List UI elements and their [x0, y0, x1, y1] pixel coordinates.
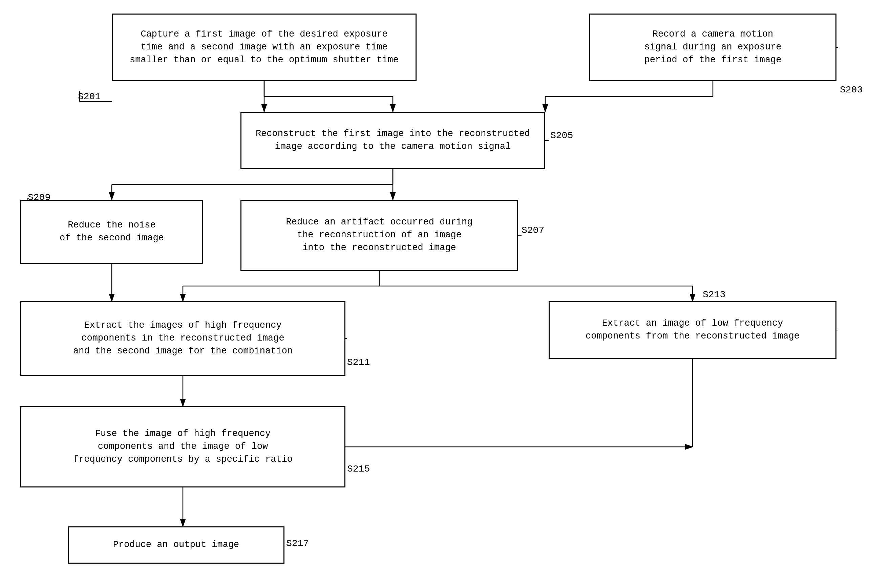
- label-s213: S213: [703, 290, 726, 300]
- label-s203: S203: [840, 85, 862, 95]
- label-s201: S201: [78, 92, 101, 102]
- arrows-svg: [0, 0, 891, 588]
- box-s207: Reduce an artifact occurred during the r…: [240, 200, 518, 271]
- flowchart-diagram: Capture a first image of the desired exp…: [0, 0, 891, 588]
- label-s217: S217: [286, 538, 309, 549]
- box-s203: Record a camera motion signal during an …: [589, 14, 837, 81]
- box-s205: Reconstruct the first image into the rec…: [240, 112, 545, 169]
- label-s215: S215: [347, 464, 370, 474]
- box-s215: Fuse the image of high frequency compone…: [20, 406, 346, 488]
- box-s213: Extract an image of low frequency compon…: [548, 301, 837, 359]
- box-s209: Reduce the noise of the second image: [20, 200, 203, 264]
- box-s211: Extract the images of high frequency com…: [20, 301, 346, 376]
- label-s205: S205: [550, 130, 573, 141]
- label-s211: S211: [347, 357, 370, 368]
- label-s207: S207: [521, 225, 544, 236]
- box-s217: Produce an output image: [68, 526, 284, 564]
- box-s201: Capture a first image of the desired exp…: [112, 14, 416, 81]
- label-s209: S209: [28, 192, 51, 203]
